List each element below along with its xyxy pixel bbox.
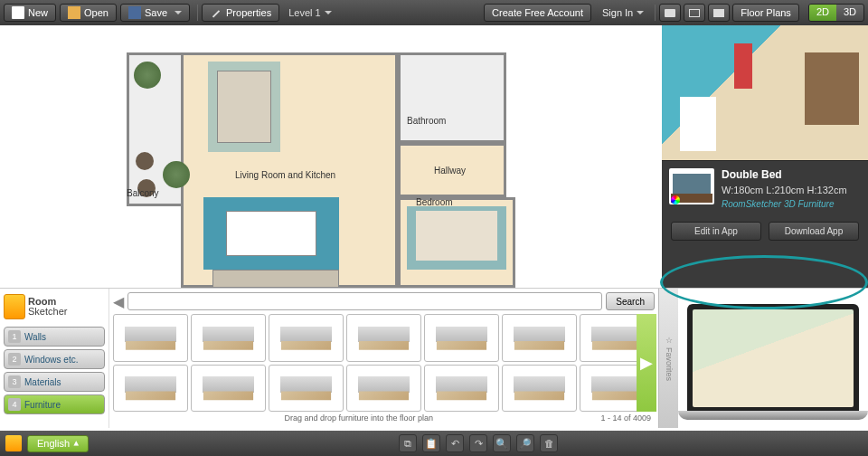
floor-plans-button[interactable]: Floor Plans bbox=[732, 4, 799, 22]
plant-icon bbox=[134, 62, 161, 89]
category-windows[interactable]: 2Windows etc. bbox=[4, 349, 105, 369]
furn-shelf bbox=[805, 52, 859, 125]
furniture-thumb[interactable] bbox=[113, 365, 188, 413]
cat-num: 3 bbox=[8, 375, 21, 388]
label-bathroom: Bathroom bbox=[407, 116, 446, 126]
divider bbox=[197, 5, 198, 21]
undo-button[interactable]: ↶ bbox=[446, 434, 464, 452]
app-icon[interactable] bbox=[5, 435, 22, 451]
favorites-label: Favorites bbox=[665, 347, 674, 381]
label-bedroom: Bedroom bbox=[416, 197, 453, 207]
logo: RoomSketcher bbox=[4, 292, 105, 321]
item-dimensions: W:180cm L:210cm H:132cm bbox=[722, 185, 861, 195]
category-walls[interactable]: 1Walls bbox=[4, 327, 105, 347]
cat-label: Windows etc. bbox=[24, 355, 78, 365]
save-button[interactable]: Save bbox=[120, 4, 190, 22]
zoom-out-button[interactable]: 🔎 bbox=[516, 434, 534, 452]
thumbnail-grid: ▶ bbox=[113, 314, 655, 412]
zoom-in-icon: 🔍 bbox=[495, 438, 508, 450]
open-label: Open bbox=[84, 7, 108, 18]
furniture-thumb[interactable] bbox=[191, 365, 266, 413]
new-label: New bbox=[28, 7, 48, 18]
logo-text-2: Sketcher bbox=[28, 306, 67, 317]
properties-button[interactable]: Properties bbox=[202, 4, 279, 22]
snapshot-button[interactable] bbox=[659, 4, 681, 22]
view-3d-button[interactable]: 3D bbox=[836, 5, 863, 21]
copy-button[interactable]: ⧉ bbox=[399, 434, 417, 452]
decor-flowers bbox=[734, 43, 752, 89]
edit-in-app-button[interactable]: Edit in App bbox=[671, 222, 761, 241]
furn-table bbox=[217, 71, 271, 143]
furniture-thumb[interactable] bbox=[502, 314, 577, 362]
category-sidebar: RoomSketcher 1Walls 2Windows etc. 3Mater… bbox=[0, 289, 108, 428]
open-button[interactable]: Open bbox=[60, 4, 117, 22]
preview-3d[interactable] bbox=[662, 25, 868, 161]
screen-button[interactable] bbox=[684, 4, 705, 22]
zoom-in-button[interactable]: 🔍 bbox=[493, 434, 511, 452]
language-label: English bbox=[37, 438, 70, 449]
furn-sofa bbox=[212, 270, 339, 288]
furn-chair bbox=[136, 152, 154, 170]
furniture-thumb[interactable] bbox=[346, 365, 421, 413]
furniture-gallery: ◀ Search ▶ Drag and drop furniture into … bbox=[108, 289, 658, 428]
furniture-thumb[interactable] bbox=[269, 314, 344, 362]
label-balcony: Balcony bbox=[127, 188, 159, 198]
action-row: Edit in App Download App bbox=[662, 216, 868, 246]
color-wheel-icon[interactable] bbox=[671, 195, 680, 204]
back-icon[interactable]: ◀ bbox=[113, 293, 124, 310]
plant-icon bbox=[163, 161, 190, 188]
bottom-toolbar: English▾ ⧉ 📋 ↶ ↷ 🔍 🔎 🗑 bbox=[0, 431, 868, 456]
lower-panel: RoomSketcher 1Walls 2Windows etc. 3Mater… bbox=[0, 288, 868, 428]
save-label: Save bbox=[145, 7, 167, 18]
create-account-button[interactable]: Create Free Account bbox=[484, 4, 591, 22]
laptop-screen bbox=[693, 309, 854, 407]
pencil-icon bbox=[210, 6, 222, 19]
category-furniture[interactable]: 4Furniture bbox=[4, 394, 105, 414]
furn-table bbox=[226, 211, 316, 256]
sign-in-label: Sign In bbox=[602, 7, 633, 18]
furniture-thumb[interactable] bbox=[113, 314, 188, 362]
cat-num: 1 bbox=[8, 330, 21, 343]
cat-label: Furniture bbox=[24, 400, 61, 410]
main-area: Living Room and Kitchen Balcony Bathroom… bbox=[0, 25, 868, 288]
furn-bed-top bbox=[416, 211, 497, 261]
redo-button[interactable]: ↷ bbox=[469, 434, 487, 452]
floorplan-canvas[interactable]: Living Room and Kitchen Balcony Bathroom… bbox=[0, 25, 662, 288]
language-selector[interactable]: English▾ bbox=[27, 435, 89, 452]
furniture-thumb[interactable] bbox=[424, 365, 499, 413]
level-label: Level 1 bbox=[288, 7, 320, 18]
category-materials[interactable]: 3Materials bbox=[4, 372, 105, 392]
right-panel: Double Bed W:180cm L:210cm H:132cm RoomS… bbox=[662, 25, 868, 288]
new-button[interactable]: New bbox=[4, 4, 56, 22]
promo-laptop bbox=[678, 289, 868, 428]
label-hallway: Hallway bbox=[434, 166, 466, 176]
furniture-thumb[interactable] bbox=[502, 365, 577, 413]
delete-button[interactable]: 🗑 bbox=[540, 434, 558, 452]
folder-open-icon bbox=[68, 6, 80, 19]
download-app-button[interactable]: Download App bbox=[769, 222, 859, 241]
level-selector[interactable]: Level 1 bbox=[288, 7, 331, 18]
furniture-thumb[interactable] bbox=[191, 314, 266, 362]
floorplan: Living Room and Kitchen Balcony Bathroom… bbox=[127, 52, 524, 288]
item-name: Double Bed bbox=[722, 168, 861, 181]
furniture-thumb[interactable] bbox=[269, 365, 344, 413]
chevron-down-icon bbox=[325, 11, 332, 14]
sign-in-button[interactable]: Sign In bbox=[602, 7, 644, 18]
search-button[interactable]: Search bbox=[606, 292, 655, 310]
furniture-thumb[interactable] bbox=[346, 314, 421, 362]
favorites-tab[interactable]: ☆Favorites bbox=[658, 289, 678, 428]
paste-button[interactable]: 📋 bbox=[422, 434, 440, 452]
new-file-icon bbox=[12, 6, 24, 19]
copy-icon: ⧉ bbox=[404, 438, 411, 450]
next-page-button[interactable]: ▶ bbox=[637, 314, 656, 412]
layout-button[interactable] bbox=[708, 4, 730, 22]
furniture-thumb[interactable] bbox=[424, 314, 499, 362]
view-2d-button[interactable]: 2D bbox=[809, 5, 836, 21]
trash-icon: 🗑 bbox=[544, 438, 554, 449]
view-toggle: 2D 3D bbox=[808, 4, 864, 22]
create-account-label: Create Free Account bbox=[492, 7, 583, 18]
undo-icon: ↶ bbox=[451, 438, 459, 450]
cat-num: 4 bbox=[8, 398, 21, 411]
search-input[interactable] bbox=[127, 292, 602, 310]
room-bathroom[interactable] bbox=[398, 52, 506, 143]
